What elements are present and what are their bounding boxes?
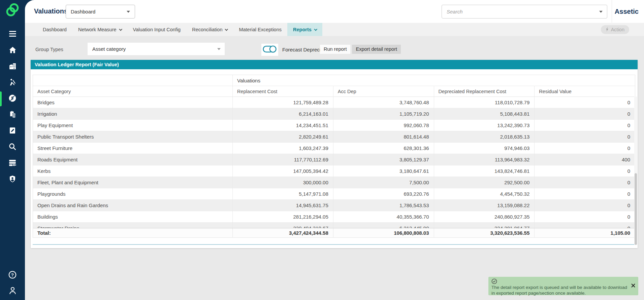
- home-icon: [8, 46, 17, 55]
- group-types-label: Group Types: [35, 47, 63, 52]
- module-select[interactable]: Dashboard: [66, 5, 135, 18]
- sidebar-item-search[interactable]: [0, 139, 25, 155]
- cell-value: 113,964,983.32: [434, 154, 535, 165]
- total-label: Total:: [33, 228, 232, 238]
- cell-asset-category: Street Furniture: [33, 143, 232, 154]
- works-icon: [8, 78, 17, 88]
- global-search: [442, 5, 607, 18]
- cell-value: 3,748,760.48: [333, 97, 434, 108]
- sidebar-item-reports[interactable]: [0, 107, 25, 123]
- total-depreciated-replacement-cost: 3,320,623,536.55: [434, 228, 535, 238]
- account-icon: [8, 286, 17, 296]
- cell-asset-category: Buildings: [33, 211, 232, 223]
- table-row: Roads Equipment117,770,112.693,805,129.3…: [33, 154, 635, 165]
- sidebar-item-works[interactable]: [0, 75, 25, 91]
- cell-value: 0: [534, 97, 635, 108]
- run-report-button[interactable]: Run report: [320, 45, 351, 54]
- table-scrollbar[interactable]: [634, 97, 637, 245]
- table-total-row: Total: 3,427,424,344.58 106,800,808.03 3…: [33, 228, 635, 237]
- export-detail-report-button[interactable]: Export detail report: [352, 45, 401, 54]
- tab-network-measure[interactable]: Network Measure: [72, 23, 127, 36]
- cell-asset-category: Public Transport Shelters: [33, 131, 232, 143]
- group-header-valuations: Valuations: [232, 75, 635, 86]
- cell-value: 0: [534, 188, 635, 200]
- forecast-depreciation-toggle[interactable]: [261, 44, 278, 56]
- svg-text:$: $: [11, 96, 13, 101]
- sidebar-item-menu[interactable]: [0, 26, 25, 42]
- assetic-logo-icon[interactable]: [5, 2, 20, 18]
- valuation-table: Valuations Asset Category Replacement Co…: [33, 75, 635, 238]
- cell-value: 0: [534, 143, 635, 154]
- page-title: Valuations: [34, 7, 68, 15]
- cell-value: 0: [534, 223, 635, 228]
- cell-value: 1,603,247.39: [232, 143, 333, 154]
- col-depreciated-replacement-cost[interactable]: Depreciated Replacement Cost: [434, 86, 535, 97]
- toast-message: The detail report export is queued and w…: [491, 285, 629, 296]
- cell-value: 628,301.36: [333, 143, 434, 154]
- cell-value: 13,242,390.73: [434, 120, 535, 131]
- col-residual-value[interactable]: Residual Value: [534, 86, 635, 97]
- search-input[interactable]: [442, 5, 607, 18]
- cell-value: 2,018,635.13: [434, 131, 535, 143]
- sidebar-item-assessments[interactable]: [0, 123, 25, 139]
- cell-value: 0: [534, 211, 635, 223]
- sidebar-item-home[interactable]: [0, 42, 25, 59]
- total-replacement-cost: 3,427,424,344.58: [232, 228, 333, 238]
- sidebar-item-admin[interactable]: [0, 172, 25, 188]
- sidebar-item-data-exchange[interactable]: [0, 155, 25, 172]
- total-acc-dep: 106,800,808.03: [333, 228, 434, 238]
- cell-value: 0: [534, 177, 635, 188]
- table-row: Public Transport Shelters2,820,249.61801…: [33, 131, 635, 143]
- tab-bar: DashboardNetwork MeasureValuation Input …: [25, 23, 644, 36]
- cell-value: 118,010,728.79: [434, 97, 535, 108]
- sidebar-item-valuations[interactable]: $: [0, 91, 25, 107]
- chevron-down-icon: [314, 28, 317, 31]
- report-panel: Valuation Ledger Report (Fair Value) Val…: [31, 60, 638, 248]
- sidebar-item-help[interactable]: ?: [0, 268, 25, 283]
- cell-value: 300,000.00: [232, 177, 333, 188]
- sidebar-item-account[interactable]: [0, 283, 25, 299]
- total-residual-value: 1,105.00: [534, 228, 635, 238]
- chevron-down-icon: [127, 11, 130, 13]
- tab-label: Reports: [293, 27, 312, 32]
- cell-value: 6,214,163.01: [232, 108, 333, 120]
- cell-value: 0: [534, 108, 635, 120]
- tab-dashboard[interactable]: Dashboard: [37, 23, 72, 36]
- tab-reconciliation[interactable]: Reconciliation: [186, 23, 233, 36]
- menu-icon: [8, 29, 17, 40]
- scrollbar-thumb[interactable]: [635, 173, 637, 245]
- table-row: Buildings281,216,294.0540,355,366.70240,…: [33, 211, 635, 223]
- panel-title: Valuation Ledger Report (Fair Value): [31, 60, 638, 69]
- chevron-down-icon[interactable]: [599, 11, 603, 13]
- report-buttons: Run report Export detail report: [320, 45, 401, 54]
- sidebar-item-assets[interactable]: [0, 59, 25, 75]
- cell-value: 0: [534, 120, 635, 131]
- col-asset-category[interactable]: Asset Category: [33, 86, 232, 97]
- col-replacement-cost[interactable]: Replacement Cost: [232, 86, 333, 97]
- cell-value: 0: [534, 131, 635, 143]
- assets-icon: [8, 62, 17, 72]
- app-header: Valuations Dashboard Assetic: [25, 0, 644, 23]
- tab-reports[interactable]: Reports: [287, 23, 322, 36]
- cell-value: 3,180,647.61: [333, 165, 434, 177]
- cell-value: 230,494,310.67: [232, 223, 333, 228]
- admin-icon: [8, 175, 17, 184]
- cell-value: 14,945,631.75: [232, 200, 333, 211]
- tab-material-exceptions[interactable]: Material Exceptions: [233, 23, 287, 36]
- tab-list: DashboardNetwork MeasureValuation Input …: [25, 23, 644, 36]
- tab-valuation-input-config[interactable]: Valuation Input Config: [127, 23, 187, 36]
- cell-value: 14,234,451.51: [232, 120, 333, 131]
- table-row: Playgrounds5,147,971.08693,220.764,454,7…: [33, 188, 635, 200]
- tab-label: Network Measure: [78, 27, 117, 32]
- data-exchange-icon: [8, 158, 17, 168]
- close-icon[interactable]: [631, 283, 636, 289]
- cell-asset-category: Fleet, Plant and Equipment: [33, 177, 232, 188]
- module-select-value: Dashboard: [66, 9, 95, 14]
- cell-asset-category: Irrigation: [33, 108, 232, 120]
- sidebar: $ ?: [0, 0, 25, 300]
- col-acc-dep[interactable]: Acc Dep: [333, 86, 434, 97]
- cell-value: 1,105,719.20: [333, 108, 434, 120]
- table-row: Stormwater Drains230,494,310.676,212,445…: [33, 223, 635, 228]
- chevron-down-icon: [225, 28, 228, 31]
- group-types-select[interactable]: Asset category: [88, 43, 225, 55]
